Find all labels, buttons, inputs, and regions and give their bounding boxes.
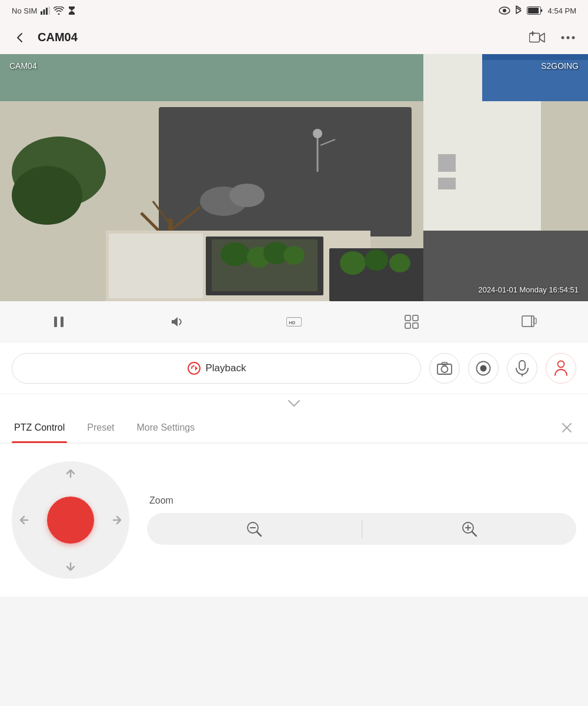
- svg-rect-3: [49, 6, 51, 15]
- svg-rect-1: [44, 9, 45, 15]
- record-button[interactable]: [468, 353, 499, 384]
- camera-feed: CAM04 S2GOING 2024-01-01 Monday 16:54:51: [0, 54, 588, 301]
- tab-more-settings[interactable]: More Settings: [135, 412, 198, 443]
- zoom-label: Zoom: [149, 495, 576, 506]
- wifi-icon: [54, 6, 64, 15]
- playback-button[interactable]: Playback: [12, 353, 421, 384]
- back-button[interactable]: [9, 27, 31, 48]
- svg-rect-23: [438, 154, 456, 172]
- playback-label: Playback: [206, 362, 246, 374]
- svg-rect-54: [522, 316, 534, 327]
- svg-point-38: [283, 246, 305, 265]
- screen-button[interactable]: [514, 307, 544, 337]
- audio-button[interactable]: [162, 307, 191, 337]
- zoom-controls: [147, 513, 576, 545]
- svg-point-63: [480, 365, 487, 371]
- svg-rect-2: [46, 8, 48, 15]
- joystick-center-button[interactable]: [47, 497, 94, 544]
- svg-rect-52: [405, 323, 410, 328]
- svg-rect-45: [482, 54, 588, 60]
- tab-ptz-control[interactable]: PTZ Control: [12, 412, 67, 443]
- signal-icon: [41, 6, 50, 15]
- svg-line-75: [472, 532, 476, 536]
- add-video-button[interactable]: [527, 27, 548, 48]
- joystick-control[interactable]: [12, 461, 129, 579]
- svg-point-57: [188, 362, 200, 374]
- microphone-button[interactable]: [507, 353, 537, 384]
- nav-bar: CAM04: [0, 21, 588, 54]
- svg-rect-53: [413, 323, 418, 328]
- svg-text:HD: HD: [289, 319, 296, 325]
- svg-point-60: [442, 366, 448, 372]
- nav-right-icons: [527, 27, 579, 48]
- person-button[interactable]: [546, 353, 576, 384]
- svg-point-41: [389, 254, 410, 272]
- svg-rect-64: [519, 361, 525, 370]
- controls-bar: HD: [0, 301, 588, 342]
- svg-point-35: [220, 242, 250, 266]
- svg-line-71: [257, 532, 261, 536]
- grid-button[interactable]: [397, 307, 426, 337]
- zoom-section: Zoom: [147, 495, 576, 545]
- svg-point-39: [340, 251, 366, 275]
- camera-title: CAM04: [38, 31, 520, 44]
- svg-rect-50: [405, 315, 410, 321]
- svg-rect-24: [438, 178, 456, 189]
- tab-bar: PTZ Control Preset More Settings: [0, 413, 588, 444]
- svg-point-66: [558, 361, 564, 367]
- ptz-down-button[interactable]: [64, 560, 77, 573]
- camera-label-overlay: CAM04: [9, 61, 37, 71]
- battery-icon: [527, 6, 543, 15]
- eye-icon: [499, 6, 510, 15]
- svg-rect-47: [61, 317, 64, 327]
- svg-point-11: [562, 36, 564, 39]
- tab-close-button[interactable]: [557, 418, 576, 437]
- carrier-text: No SIM: [12, 6, 37, 15]
- pause-button[interactable]: [44, 307, 74, 337]
- svg-rect-43: [109, 234, 203, 298]
- ptz-left-button[interactable]: [18, 514, 31, 527]
- status-bar: No SIM 4:54 PM: [0, 0, 588, 21]
- svg-marker-58: [195, 366, 198, 371]
- ptz-section: Zoom: [0, 444, 588, 597]
- action-row: Playback: [0, 342, 588, 394]
- hd-button[interactable]: HD: [279, 307, 309, 337]
- ptz-up-button[interactable]: [64, 467, 77, 480]
- ptz-right-button[interactable]: [111, 514, 123, 527]
- svg-rect-51: [413, 315, 418, 321]
- svg-rect-0: [41, 11, 42, 15]
- collapse-button[interactable]: [0, 394, 588, 413]
- svg-point-20: [313, 129, 322, 138]
- status-right: 4:54 PM: [499, 5, 576, 16]
- svg-rect-8: [530, 33, 540, 42]
- svg-point-5: [503, 9, 506, 12]
- snapshot-button[interactable]: [429, 353, 460, 384]
- svg-point-18: [229, 184, 265, 207]
- camera-timestamp: 2024-01-01 Monday 16:54:51: [478, 285, 579, 294]
- zoom-in-button[interactable]: [362, 513, 577, 545]
- svg-point-26: [12, 166, 82, 225]
- svg-point-13: [572, 36, 575, 39]
- camera-status-overlay: S2GOING: [541, 61, 579, 71]
- bluetooth-icon: [515, 5, 522, 16]
- hourglass-icon: [68, 6, 76, 15]
- svg-rect-61: [442, 362, 447, 365]
- svg-point-40: [365, 249, 388, 271]
- tab-preset[interactable]: Preset: [85, 412, 116, 443]
- status-left: No SIM: [12, 6, 76, 15]
- svg-rect-16: [159, 107, 412, 237]
- svg-rect-7: [528, 8, 539, 14]
- svg-rect-56: [534, 318, 536, 324]
- zoom-out-button[interactable]: [147, 513, 362, 545]
- svg-point-12: [567, 36, 570, 39]
- more-options-button[interactable]: [557, 27, 579, 48]
- svg-rect-46: [54, 317, 57, 327]
- time-display: 4:54 PM: [548, 6, 576, 15]
